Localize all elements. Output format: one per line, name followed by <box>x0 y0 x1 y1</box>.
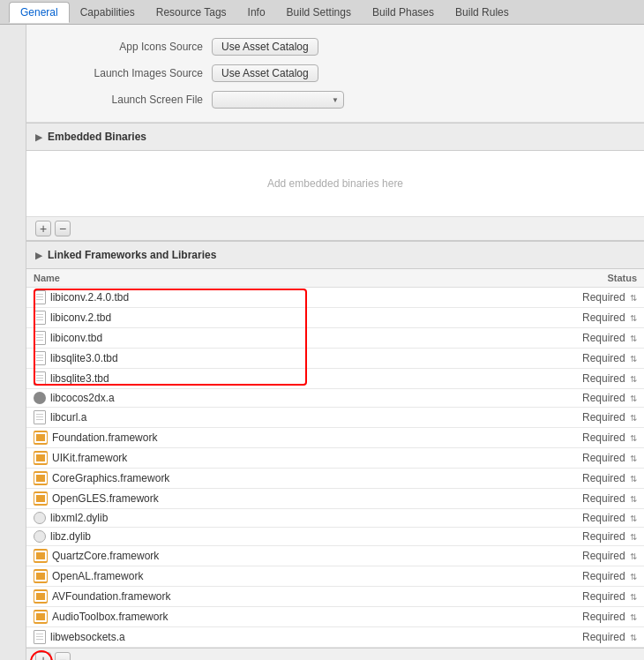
framework-icon <box>34 451 48 465</box>
launch-screen-label: Launch Screen File <box>44 94 203 106</box>
table-row[interactable]: libz.dylibRequired ⇅ <box>26 528 644 546</box>
framework-status: Required ⇅ <box>451 469 644 489</box>
left-sidebar <box>0 25 26 660</box>
doc-icon <box>34 410 46 424</box>
framework-name: libwebsockets.a <box>50 631 125 643</box>
framework-status: Required ⇅ <box>451 546 644 566</box>
status-stepper[interactable]: ⇅ <box>630 454 637 463</box>
linked-frameworks-bottom-bar: + − <box>26 648 644 660</box>
embedded-binaries-empty-text: Add embedded binaries here <box>267 177 403 190</box>
table-row[interactable]: QuartzCore.frameworkRequired ⇅ <box>26 546 644 566</box>
status-stepper[interactable]: ⇅ <box>630 633 637 642</box>
status-stepper[interactable]: ⇅ <box>630 612 637 622</box>
tab-capabilities[interactable]: Capabilities <box>70 3 146 22</box>
tab-info[interactable]: Info <box>237 3 276 22</box>
app-icons-label: App Icons Source <box>44 41 203 53</box>
frameworks-table-wrapper: Name Status libiconv.2.4.0.tbdRequired ⇅… <box>26 269 644 648</box>
framework-status: Required ⇅ <box>451 448 644 469</box>
linked-frameworks-add-button[interactable]: + <box>35 652 51 660</box>
tab-resource-tags[interactable]: Resource Tags <box>146 3 237 22</box>
framework-name: libiconv.tbd <box>50 332 102 344</box>
table-row[interactable]: libwebsockets.aRequired ⇅ <box>26 627 644 648</box>
form-section: App Icons Source Use Asset Catalog Launc… <box>26 25 644 123</box>
framework-status: Required ⇅ <box>451 288 644 308</box>
doc-icon <box>34 630 46 644</box>
status-stepper[interactable]: ⇅ <box>630 532 637 542</box>
launch-images-label: Launch Images Source <box>44 67 203 79</box>
tab-build-rules[interactable]: Build Rules <box>445 3 520 22</box>
doc-icon <box>34 290 46 304</box>
status-stepper[interactable]: ⇅ <box>630 514 637 523</box>
framework-icon <box>34 589 48 604</box>
framework-status: Required ⇅ <box>451 328 644 349</box>
embedded-binaries-title: Embedded Binaries <box>48 131 146 143</box>
framework-status: Required ⇅ <box>451 566 644 587</box>
col-status-header: Status <box>451 269 644 288</box>
status-stepper[interactable]: ⇅ <box>630 494 637 504</box>
tab-build-phases[interactable]: Build Phases <box>362 3 445 22</box>
table-row[interactable]: libiconv.2.tbdRequired ⇅ <box>26 308 644 328</box>
launch-screen-select[interactable] <box>212 91 344 109</box>
table-row[interactable]: AVFoundation.frameworkRequired ⇅ <box>26 587 644 607</box>
framework-name: libsqlite3.0.tbd <box>50 352 118 364</box>
framework-name: UIKit.framework <box>52 452 127 464</box>
status-stepper[interactable]: ⇅ <box>630 374 637 384</box>
table-row[interactable]: libxml2.dylibRequired ⇅ <box>26 509 644 528</box>
launch-images-source-button[interactable]: Use Asset Catalog <box>212 64 318 82</box>
table-row[interactable]: CoreGraphics.frameworkRequired ⇅ <box>26 469 644 489</box>
status-stepper[interactable]: ⇅ <box>630 313 637 323</box>
launch-screen-row: Launch Screen File <box>44 86 626 113</box>
embedded-binaries-empty: Add embedded binaries here <box>26 151 644 217</box>
framework-status: Required ⇅ <box>451 627 644 648</box>
tab-bar: GeneralCapabilitiesResource TagsInfoBuil… <box>0 0 644 25</box>
framework-status: Required ⇅ <box>451 509 644 528</box>
gear-icon <box>34 392 46 404</box>
table-row[interactable]: libiconv.2.4.0.tbdRequired ⇅ <box>26 288 644 308</box>
table-row[interactable]: UIKit.frameworkRequired ⇅ <box>26 448 644 469</box>
linked-frameworks-remove-button[interactable]: − <box>55 652 71 660</box>
status-stepper[interactable]: ⇅ <box>630 354 637 364</box>
linked-frameworks-header: ▶ Linked Frameworks and Libraries <box>26 241 644 269</box>
table-row[interactable]: libcocos2dx.aRequired ⇅ <box>26 389 644 408</box>
tab-general[interactable]: General <box>9 2 70 23</box>
framework-name: Foundation.framework <box>52 431 157 444</box>
doc-icon <box>34 371 46 386</box>
right-panel: App Icons Source Use Asset Catalog Launc… <box>26 25 644 660</box>
framework-name: libsqlite3.tbd <box>50 372 109 385</box>
framework-status: Required ⇅ <box>451 607 644 627</box>
status-stepper[interactable]: ⇅ <box>630 572 637 581</box>
embedded-binaries-triangle: ▶ <box>35 132 42 142</box>
doc-icon <box>34 311 46 325</box>
status-stepper[interactable]: ⇅ <box>630 592 637 602</box>
status-stepper[interactable]: ⇅ <box>630 474 637 484</box>
app-icons-source-button[interactable]: Use Asset Catalog <box>212 38 318 56</box>
table-row[interactable]: OpenGLES.frameworkRequired ⇅ <box>26 489 644 509</box>
embedded-binaries-header: ▶ Embedded Binaries <box>26 123 644 151</box>
linked-frameworks-triangle: ▶ <box>35 251 42 260</box>
status-stepper[interactable]: ⇅ <box>630 551 637 561</box>
status-stepper[interactable]: ⇅ <box>630 413 637 423</box>
table-row[interactable]: libiconv.tbdRequired ⇅ <box>26 328 644 349</box>
framework-name: OpenAL.framework <box>52 570 143 582</box>
status-stepper[interactable]: ⇅ <box>630 433 637 443</box>
table-row[interactable]: libsqlite3.0.tbdRequired ⇅ <box>26 349 644 369</box>
embedded-binaries-remove-button[interactable]: − <box>55 221 71 236</box>
dylib-icon <box>34 530 46 543</box>
table-row[interactable]: OpenAL.frameworkRequired ⇅ <box>26 566 644 587</box>
framework-status: Required ⇅ <box>451 308 644 328</box>
table-row[interactable]: AudioToolbox.frameworkRequired ⇅ <box>26 607 644 627</box>
framework-status: Required ⇅ <box>451 489 644 509</box>
frameworks-table: Name Status libiconv.2.4.0.tbdRequired ⇅… <box>26 269 644 648</box>
dylib-icon <box>34 512 46 524</box>
doc-icon <box>34 351 46 365</box>
table-row[interactable]: Foundation.frameworkRequired ⇅ <box>26 428 644 448</box>
status-stepper[interactable]: ⇅ <box>630 293 637 303</box>
launch-images-row: Launch Images Source Use Asset Catalog <box>44 60 626 86</box>
table-row[interactable]: libsqlite3.tbdRequired ⇅ <box>26 369 644 389</box>
status-stepper[interactable]: ⇅ <box>630 334 637 343</box>
framework-icon <box>34 610 48 624</box>
table-row[interactable]: libcurl.aRequired ⇅ <box>26 408 644 428</box>
embedded-binaries-add-button[interactable]: + <box>35 221 51 236</box>
status-stepper[interactable]: ⇅ <box>630 394 637 403</box>
tab-build-settings[interactable]: Build Settings <box>276 3 362 22</box>
